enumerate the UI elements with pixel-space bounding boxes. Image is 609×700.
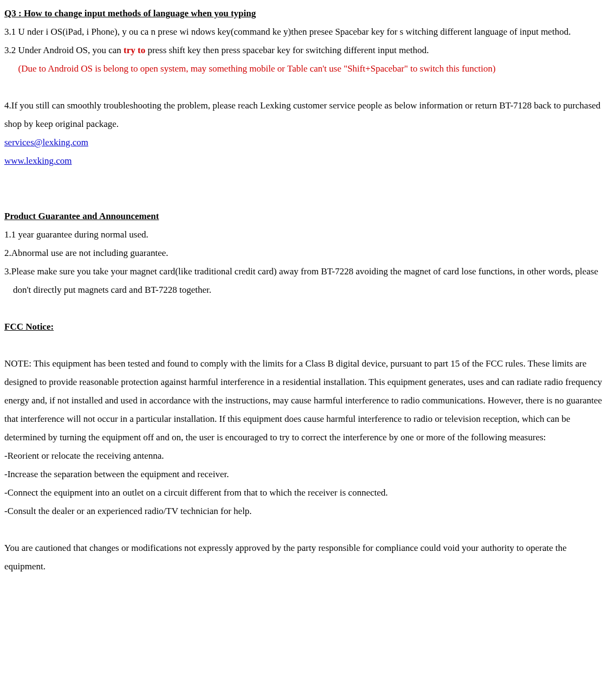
q3-heading: Q3 : How to change input methods of lang… [4,4,605,23]
guarantee-item-1: 1.1 year guarantee during normal used. [4,226,605,244]
fcc-measure-4: -Consult the dealer or an experienced ra… [4,502,605,521]
fcc-note: NOTE: This equipment has been tested and… [4,355,605,447]
fcc-heading: FCC Notice: [4,318,605,336]
guarantee-item-2: 2.Abnormal use are not including guarant… [4,244,605,262]
q3-item-1: 3.1 U nder i OS(iPad, i Phone), y ou ca … [4,23,605,41]
section-4-text: 4.If you still can smoothly troubleshoot… [4,97,605,133]
fcc-measure-1: -Reorient or relocate the receiving ante… [4,447,605,465]
fcc-measure-2: -Increase the separation between the equ… [4,465,605,484]
q3-item-2-try-to: try to [124,45,145,55]
q3-item-2a: 3.2 Under Android OS, you can [4,45,124,55]
q3-item-2: 3.2 Under Android OS, you can try to pre… [4,41,605,60]
q3-item-2c: press shift key then press spacebar key … [145,45,429,55]
guarantee-heading: Product Guarantee and Announcement [4,207,605,226]
contact-email-link[interactable]: services@lexking.com [4,137,88,147]
fcc-caution: You are cautioned that changes or modifi… [4,539,605,576]
guarantee-item-3: 3.Please make sure you take your magnet … [4,262,605,299]
contact-url-link[interactable]: www.lexking.com [4,156,72,166]
fcc-measure-3: -Connect the equipment into an outlet on… [4,484,605,502]
q3-note-text: (Due to Android OS is belong to open sys… [18,63,496,74]
q3-note: (Due to Android OS is belong to open sys… [4,60,605,78]
